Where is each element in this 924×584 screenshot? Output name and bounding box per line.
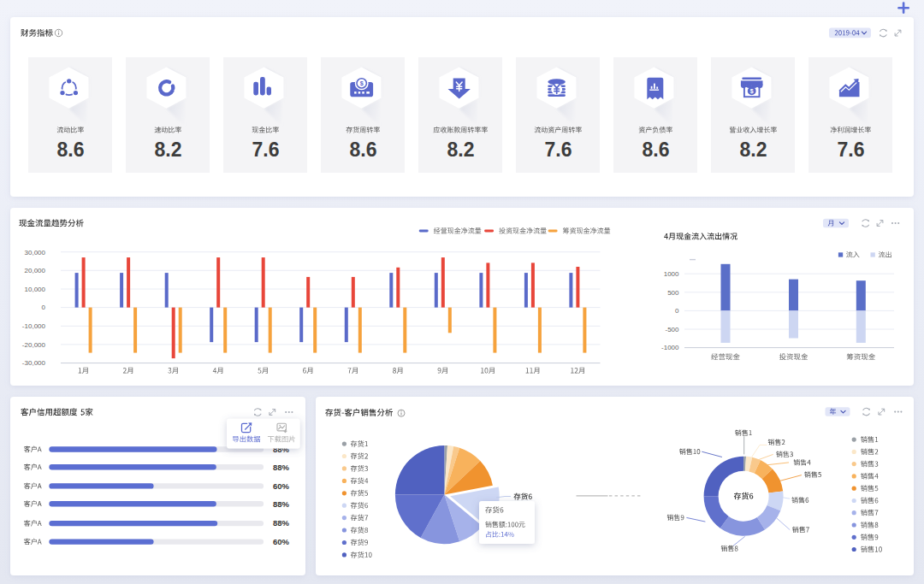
svg-text:0: 0 xyxy=(42,304,46,311)
svg-text:-30,000: -30,000 xyxy=(22,359,46,367)
svg-text:7.6: 7.6 xyxy=(545,139,572,161)
svg-text:-500: -500 xyxy=(665,326,679,333)
svg-text:8.6: 8.6 xyxy=(643,139,670,161)
svg-text:8.6: 8.6 xyxy=(57,139,85,161)
svg-text:30,000: 30,000 xyxy=(25,249,46,257)
svg-text:88%: 88% xyxy=(273,499,290,509)
svg-text:$: $ xyxy=(360,80,364,87)
svg-text:88%: 88% xyxy=(273,463,290,472)
svg-text:8.6: 8.6 xyxy=(350,139,377,161)
svg-text:60%: 60% xyxy=(273,537,290,546)
svg-text:8.2: 8.2 xyxy=(740,139,767,161)
svg-text:60%: 60% xyxy=(273,481,290,491)
svg-text:8.2: 8.2 xyxy=(155,139,182,161)
svg-text:1000: 1000 xyxy=(664,270,679,278)
svg-text:$: $ xyxy=(750,88,754,95)
svg-text:10,000: 10,000 xyxy=(25,286,46,293)
svg-text:8.2: 8.2 xyxy=(447,139,475,161)
svg-text:0: 0 xyxy=(675,307,679,315)
svg-text:-20,000: -20,000 xyxy=(22,341,46,349)
svg-text:500: 500 xyxy=(667,289,679,297)
svg-text:7.6: 7.6 xyxy=(252,139,280,161)
svg-text:-1000: -1000 xyxy=(661,344,679,351)
svg-text:-10,000: -10,000 xyxy=(22,322,46,330)
svg-text:7.6: 7.6 xyxy=(838,139,865,161)
svg-text:88%: 88% xyxy=(273,518,290,528)
svg-text:20,000: 20,000 xyxy=(25,267,46,274)
